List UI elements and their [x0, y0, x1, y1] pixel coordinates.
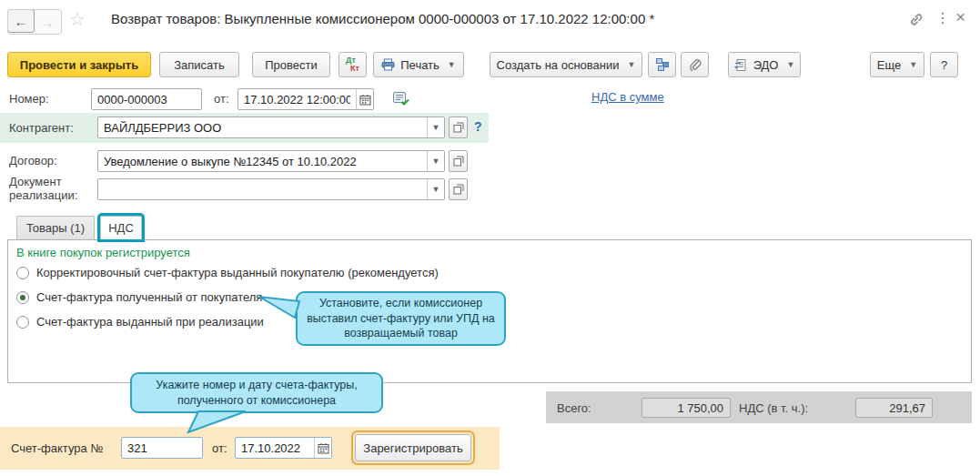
vat-total-value: 291,67 — [855, 398, 933, 418]
invoice-calendar-icon[interactable] — [314, 438, 331, 458]
set-current-datetime-icon[interactable] — [392, 90, 409, 106]
sales-doc-dropdown-icon[interactable]: ▼ — [427, 179, 444, 199]
invoice-date-field — [235, 437, 332, 459]
print-button[interactable]: Печать▼ — [373, 52, 464, 77]
calendar-icon[interactable] — [356, 89, 373, 109]
print-caret-icon: ▼ — [448, 60, 456, 69]
radio-invoice-received-circle[interactable] — [16, 291, 29, 304]
invoice-number-label: Счет-фактура № — [11, 441, 103, 455]
sales-doc-field: ▼ — [97, 178, 445, 200]
attachments-button[interactable] — [681, 52, 709, 77]
dt-kt-button[interactable]: Дт Кт — [338, 52, 367, 77]
nav-history-group: ← → — [7, 9, 62, 35]
sales-doc-label-line1: Документ — [9, 175, 62, 188]
callout-set-invoice-text: Установите, если комиссионер выставил сч… — [307, 296, 495, 342]
tab-vat[interactable]: НДС — [100, 216, 142, 239]
radio-corrective-invoice-label: Корректировочный счет-фактура выданный п… — [36, 266, 439, 279]
sales-doc-input[interactable] — [98, 179, 427, 199]
radio-corrective-invoice-circle[interactable] — [16, 267, 29, 279]
callout-specify-invoice-tail — [182, 411, 255, 433]
create-based-on-label: Создать на основании — [497, 58, 620, 72]
edo-icon — [734, 58, 748, 72]
callout-set-invoice: Установите, если комиссионер выставил сч… — [296, 291, 506, 346]
get-link-icon[interactable] — [908, 12, 924, 27]
number-label: Номер: — [9, 92, 49, 106]
total-value: 1 750,00 — [642, 398, 731, 418]
contractor-input[interactable] — [98, 117, 427, 137]
radio-invoice-issued[interactable]: Счет-фактура выданный при реализации — [16, 315, 264, 329]
datetime-input[interactable] — [238, 89, 356, 109]
invoice-date-input[interactable] — [236, 438, 314, 458]
tab-goods[interactable]: Товары (1) — [16, 216, 95, 239]
back-button[interactable]: ← — [7, 9, 35, 33]
purchase-book-heading: В книге покупок регистрируется — [16, 246, 190, 259]
write-button[interactable]: Записать — [159, 52, 239, 77]
invoice-number-input[interactable] — [122, 438, 202, 458]
contract-input[interactable] — [98, 151, 427, 171]
create-based-on-caret-icon: ▼ — [627, 60, 635, 69]
edo-caret-icon: ▼ — [786, 60, 794, 69]
edo-label: ЭДО — [753, 58, 779, 72]
contract-field: ▼ — [97, 150, 445, 172]
number-field — [91, 88, 202, 110]
date-from-label: от: — [214, 92, 229, 106]
radio-invoice-received-label: Счет-фактура полученный от покупателя — [36, 290, 262, 304]
invoice-number-field — [121, 437, 203, 459]
vat-total-label: НДС (в т. ч.): — [739, 401, 808, 415]
close-icon[interactable]: × — [955, 7, 965, 27]
contractor-label: Контрагент: — [9, 121, 74, 135]
create-based-on-button[interactable]: Создать на основании▼ — [490, 52, 642, 77]
more-label: Еще — [877, 58, 901, 72]
more-button[interactable]: Еще▼ — [870, 52, 924, 77]
post-and-close-button[interactable]: Провести и закрыть — [7, 52, 151, 77]
structure-icon — [655, 57, 670, 72]
more-caret-icon: ▼ — [909, 60, 917, 69]
total-label: Всего: — [557, 401, 591, 415]
page-title: Возврат товаров: Выкупленные комиссионер… — [111, 11, 654, 26]
contract-label: Договор: — [9, 154, 57, 167]
favorite-star-icon[interactable]: ☆ — [69, 8, 86, 30]
contractor-dropdown-icon[interactable]: ▼ — [427, 117, 444, 137]
radio-invoice-issued-circle[interactable] — [16, 316, 29, 329]
document-window: ← → ☆ Возврат товаров: Выкупленные комис… — [0, 0, 980, 476]
contractor-field: ▼ — [97, 116, 445, 138]
datetime-field — [237, 88, 374, 110]
callout-specify-invoice-text: Укажите номер и дату счета-фактуры, полу… — [141, 378, 372, 409]
paperclip-icon — [689, 58, 702, 72]
window-menu-icon[interactable]: ⋮ — [935, 9, 950, 26]
help-button[interactable]: ? — [930, 52, 958, 77]
register-button[interactable]: Зарегистрировать — [355, 434, 471, 461]
contractor-open-button[interactable] — [449, 116, 468, 138]
post-button[interactable]: Провести — [252, 52, 330, 77]
kt-label: Кт — [350, 64, 359, 73]
vat-in-amount-link[interactable]: НДС в сумме — [591, 90, 664, 104]
print-label: Печать — [400, 58, 439, 72]
invoice-from-label: от: — [212, 441, 227, 455]
contract-open-button[interactable] — [449, 150, 468, 172]
callout-specify-invoice: Укажите номер и дату счета-фактуры, полу… — [130, 372, 383, 413]
contractor-help-icon[interactable]: ? — [474, 119, 482, 134]
radio-corrective-invoice[interactable]: Корректировочный счет-фактура выданный п… — [16, 266, 439, 279]
radio-invoice-issued-label: Счет-фактура выданный при реализации — [36, 315, 264, 329]
forward-button[interactable]: → — [34, 10, 61, 34]
sales-doc-open-button[interactable] — [449, 178, 468, 200]
callout-set-invoice-tail — [259, 295, 299, 319]
structure-of-subordination-button[interactable] — [648, 52, 676, 77]
radio-invoice-received[interactable]: Счет-фактура полученный от покупателя — [16, 290, 262, 304]
contract-dropdown-icon[interactable]: ▼ — [427, 151, 444, 171]
sales-doc-label: Документ реализации: — [9, 175, 77, 202]
printer-icon — [381, 58, 395, 71]
edo-button[interactable]: ЭДО▼ — [728, 52, 801, 77]
number-input[interactable] — [92, 89, 201, 109]
sales-doc-label-line2: реализации: — [9, 188, 77, 202]
